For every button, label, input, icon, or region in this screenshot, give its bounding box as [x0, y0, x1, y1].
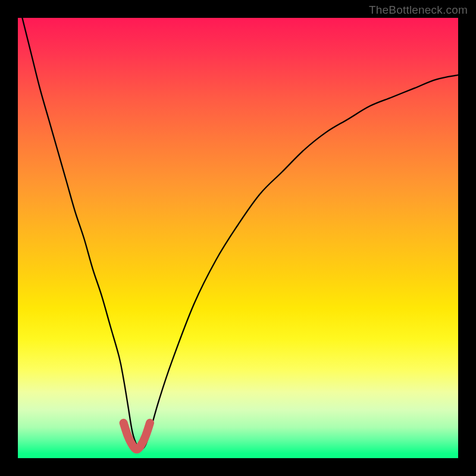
chart-plot-area [18, 18, 458, 458]
watermark-text: TheBottleneck.com [369, 4, 468, 17]
chart-svg [18, 18, 458, 458]
bottleneck-curve [22, 18, 458, 449]
